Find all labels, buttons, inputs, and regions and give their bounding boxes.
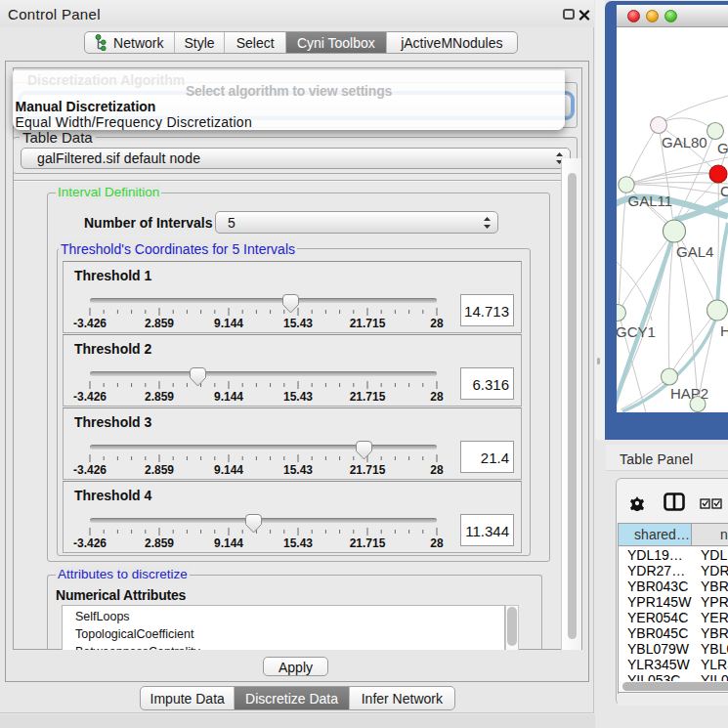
svg-text:GA: GA bbox=[717, 140, 728, 156]
svg-text:H: H bbox=[720, 322, 728, 339]
svg-text:GAL11: GAL11 bbox=[628, 193, 673, 209]
svg-text:GAL80: GAL80 bbox=[662, 134, 707, 150]
svg-text:GAL4: GAL4 bbox=[676, 243, 713, 260]
svg-text:HAP2: HAP2 bbox=[670, 385, 708, 402]
svg-text:C: C bbox=[720, 183, 728, 199]
svg-text:GCY1: GCY1 bbox=[617, 323, 656, 340]
